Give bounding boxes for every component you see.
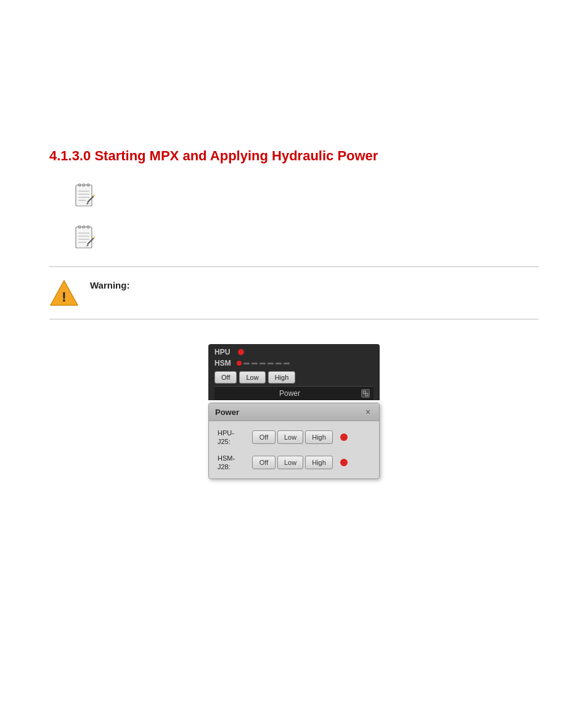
hsm-dots xyxy=(237,361,290,366)
hsm-j28-row: HSM-J28: Off Low High xyxy=(218,454,370,472)
hpu-j25-btn-group: Off Low High xyxy=(252,430,333,444)
top-panel: HPU HSM Off xyxy=(208,344,380,400)
hsm-dash-3 xyxy=(259,363,266,364)
note-block-2 xyxy=(74,224,539,252)
hsm-j28-btn-group: Off Low High xyxy=(252,456,333,469)
hsm-dash-6 xyxy=(284,363,290,364)
hpu-j25-row: HPU-J25: Off Low High xyxy=(218,429,370,446)
hpu-j25-low-button[interactable]: Low xyxy=(277,430,303,444)
power-footer-label: Power xyxy=(218,389,361,398)
hpu-j25-label: HPU-J25: xyxy=(218,429,247,446)
note-icon-1 xyxy=(74,183,96,210)
hsm-dash-4 xyxy=(267,363,274,364)
svg-line-10 xyxy=(94,195,95,196)
hsm-label: HSM xyxy=(214,359,234,368)
warning-text: Warning: xyxy=(90,278,129,293)
warning-label: Warning: xyxy=(90,280,129,290)
svg-rect-24 xyxy=(363,391,365,393)
hpu-j25-high-button[interactable]: High xyxy=(305,430,333,444)
ui-screenshot-container: HPU HSM Off xyxy=(49,344,539,479)
power-popup-header: Power × xyxy=(209,403,379,421)
power-popup-body: HPU-J25: Off Low High HSM-J28: Off xyxy=(209,421,379,479)
warning-block: ! Warning: xyxy=(49,266,539,319)
svg-text:!: ! xyxy=(62,289,66,305)
hsm-j28-low-button[interactable]: Low xyxy=(277,456,303,469)
top-off-button[interactable]: Off xyxy=(214,371,237,384)
section-heading: 4.1.3.0 Starting MPX and Applying Hydrau… xyxy=(49,148,539,164)
hpu-red-indicator xyxy=(238,349,244,355)
hsm-dash-5 xyxy=(276,363,282,364)
warning-icon: ! xyxy=(49,278,79,308)
svg-rect-0 xyxy=(76,185,92,206)
hsm-dash-2 xyxy=(251,363,258,364)
page-content: 4.1.3.0 Starting MPX and Applying Hydrau… xyxy=(0,0,588,528)
expand-icon[interactable] xyxy=(361,389,370,398)
hsm-dot-red xyxy=(237,361,242,366)
svg-line-21 xyxy=(94,237,95,238)
hsm-dash-1 xyxy=(243,363,250,364)
hsm-j28-label: HSM-J28: xyxy=(218,454,247,472)
top-high-button[interactable]: High xyxy=(268,371,296,384)
hsm-row: HSM xyxy=(214,359,374,368)
hpu-label: HPU xyxy=(214,348,234,356)
svg-rect-25 xyxy=(365,393,368,396)
svg-rect-11 xyxy=(76,227,92,248)
power-footer: Power xyxy=(214,386,374,400)
power-popup: Power × HPU-J25: Off Low High xyxy=(208,403,380,479)
hpu-j25-off-button[interactable]: Off xyxy=(252,430,276,444)
note-block-1 xyxy=(74,183,539,210)
ui-screenshot: HPU HSM Off xyxy=(208,344,380,479)
power-popup-title: Power xyxy=(215,408,239,417)
top-low-button[interactable]: Low xyxy=(239,371,265,384)
power-popup-close-button[interactable]: × xyxy=(363,407,373,417)
note-icon-2 xyxy=(74,224,96,252)
hpu-j25-red-indicator xyxy=(340,433,348,441)
hsm-j28-high-button[interactable]: High xyxy=(305,456,333,469)
hpu-row: HPU xyxy=(214,348,374,356)
hsm-j28-off-button[interactable]: Off xyxy=(252,456,276,469)
top-button-row: Off Low High xyxy=(214,371,374,384)
hsm-j28-red-indicator xyxy=(340,459,348,466)
